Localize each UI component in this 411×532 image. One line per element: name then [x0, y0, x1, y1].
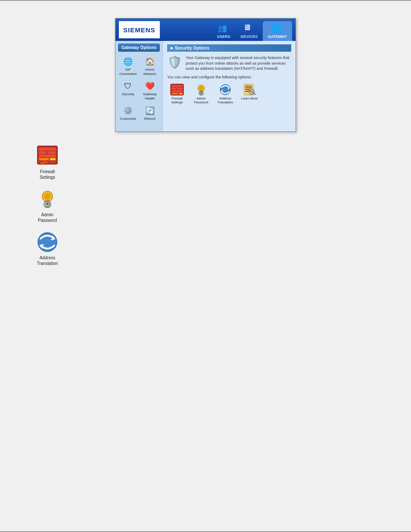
users-icon — [218, 23, 230, 34]
large-icon-admin-password[interactable]: AdminPassword — [30, 188, 65, 223]
option-firewall-settings[interactable]: Firewall Settings — [167, 83, 187, 104]
large-icons-section: FirewallSettings AdminPassword — [30, 145, 411, 266]
svg-rect-15 — [245, 87, 252, 88]
intro-text: Your Gateway is equipped with several se… — [186, 55, 291, 72]
customize-icon: ⚙️ — [121, 105, 135, 117]
admin-password-large-icon — [36, 188, 59, 210]
option-address-translation[interactable]: Address Translation — [215, 83, 235, 104]
svg-point-11 — [201, 92, 202, 93]
tab-users[interactable]: USERS — [212, 21, 235, 41]
firewall-settings-large-label: FirewallSettings — [40, 169, 55, 180]
sidebar-item-gateway-health[interactable]: ❤️ Gateway Health — [140, 79, 160, 102]
top-rule — [0, 0, 411, 1]
gateway-health-icon: ❤️ — [143, 80, 157, 92]
svg-rect-14 — [245, 86, 252, 87]
svg-point-30 — [47, 203, 49, 205]
sidebar-item-reboot[interactable]: 🔄 Reboot — [140, 103, 160, 122]
svg-rect-22 — [48, 151, 56, 154]
option-learn-more[interactable]: Learn More — [240, 83, 259, 104]
svg-rect-2 — [172, 88, 176, 90]
options-grid: Firewall Settings Admin P — [167, 83, 291, 104]
svg-rect-31 — [49, 203, 50, 204]
admin-password-icon — [193, 83, 209, 96]
option-admin-password[interactable]: Admin Password — [191, 83, 211, 104]
svg-rect-5 — [172, 93, 178, 94]
options-label: You can view and configure the following… — [167, 75, 291, 79]
firewall-settings-large-icon — [36, 145, 59, 167]
svg-rect-25 — [50, 158, 56, 160]
svg-rect-1 — [172, 85, 182, 87]
address-translation-icon — [218, 83, 233, 96]
address-translation-large-label: AddressTranslation — [37, 255, 58, 266]
sidebar-item-home-network[interactable]: 🏠 Home Network — [140, 54, 160, 77]
large-icon-address-translation[interactable]: AddressTranslation — [30, 231, 65, 266]
isp-connection-label: ISP Connection — [118, 68, 138, 76]
section-title-bar: Security Options — [167, 44, 291, 52]
isp-connection-icon: 🌐 — [121, 56, 135, 68]
home-network-label: Home Network — [140, 68, 160, 76]
admin-password-large-label: AdminPassword — [38, 212, 57, 223]
address-translation-large-icon — [36, 231, 59, 253]
svg-rect-32 — [49, 205, 50, 206]
sidebar-item-customize[interactable]: ⚙️ Customize — [118, 103, 138, 122]
tab-gateway[interactable]: GATEWAY — [263, 21, 292, 41]
security-label: Security — [122, 92, 134, 96]
large-icon-firewall-settings[interactable]: FirewallSettings — [30, 145, 65, 180]
learn-more-icon — [242, 83, 257, 96]
svg-rect-24 — [39, 158, 49, 160]
intro-row: 🛡️ Your Gateway is equipped with several… — [167, 55, 291, 72]
siemens-logo: SIEMENS — [119, 21, 160, 38]
page-wrapper: SIEMENS USERS DEVICES GATEWAY — [0, 0, 411, 532]
nav-tabs: USERS DEVICES GATEWAY — [212, 19, 292, 41]
firewall-settings-icon — [169, 83, 185, 96]
svg-rect-4 — [172, 90, 182, 92]
home-network-icon: 🏠 — [143, 56, 157, 68]
firewall-settings-label: Firewall Settings — [167, 96, 187, 104]
router-body: Gateway Options 🌐 ISP Connection 🏠 Home … — [115, 41, 296, 131]
sidebar: Gateway Options 🌐 ISP Connection 🏠 Home … — [115, 41, 163, 131]
sidebar-title: Gateway Options — [118, 44, 160, 52]
gateway-health-label: Gateway Health — [140, 92, 160, 100]
main-content: Security Options 🛡️ Your Gateway is equi… — [163, 41, 296, 131]
sidebar-item-isp-connection[interactable]: 🌐 ISP Connection — [118, 54, 138, 77]
sidebar-item-security[interactable]: 🛡 Security — [118, 79, 138, 102]
svg-rect-20 — [39, 148, 56, 150]
security-icon: 🛡 — [121, 80, 135, 92]
gateway-icon — [271, 23, 283, 34]
learn-more-label: Learn More — [241, 96, 258, 100]
svg-rect-6 — [179, 93, 182, 94]
svg-rect-21 — [39, 151, 46, 154]
reboot-label: Reboot — [144, 117, 156, 121]
svg-rect-3 — [177, 88, 182, 90]
svg-rect-23 — [39, 155, 56, 157]
reboot-icon: 🔄 — [143, 105, 157, 117]
address-translation-label: Address Translation — [215, 96, 235, 104]
customize-label: Customize — [120, 117, 136, 121]
svg-point-27 — [44, 193, 51, 200]
svg-point-8 — [199, 86, 203, 90]
devices-icon — [243, 23, 255, 34]
router-ui: SIEMENS USERS DEVICES GATEWAY — [115, 18, 296, 132]
security-intro-icon: 🛡️ — [167, 55, 182, 69]
sidebar-grid: 🌐 ISP Connection 🏠 Home Network 🛡 Securi… — [118, 54, 160, 122]
admin-password-label: Admin Password — [191, 96, 211, 104]
tab-devices[interactable]: DEVICES — [235, 21, 263, 41]
router-header: SIEMENS USERS DEVICES GATEWAY — [115, 19, 296, 41]
